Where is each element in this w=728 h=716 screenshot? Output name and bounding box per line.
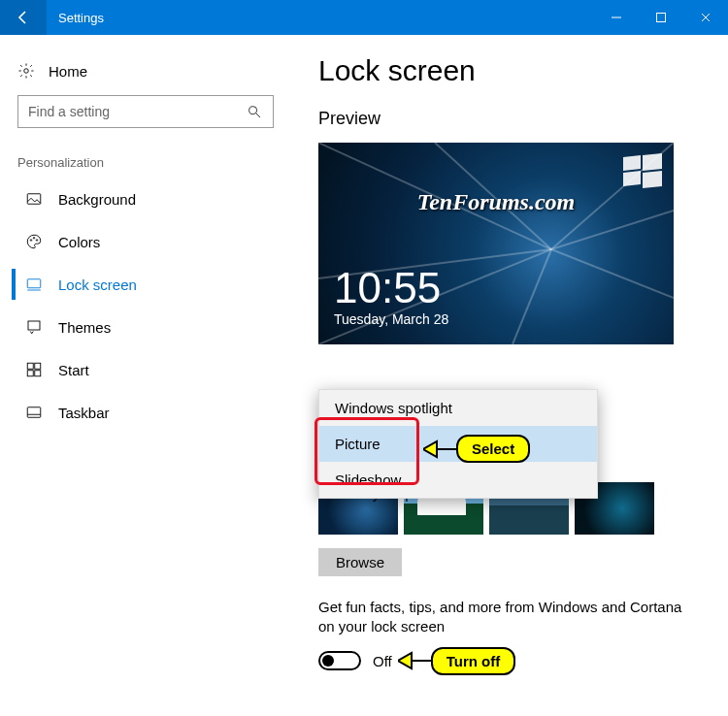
svg-rect-7 bbox=[27, 194, 41, 205]
search-icon bbox=[246, 103, 263, 120]
sidebar-item-taskbar[interactable]: Taskbar bbox=[12, 391, 280, 434]
funfacts-setting-label: Get fun facts, tips, and more from Windo… bbox=[318, 598, 687, 637]
funfacts-toggle[interactable] bbox=[318, 651, 361, 670]
sidebar-item-lock-screen[interactable]: Lock screen bbox=[12, 263, 280, 306]
svg-line-6 bbox=[256, 114, 260, 117]
themes-icon bbox=[25, 318, 43, 336]
page-title: Lock screen bbox=[318, 54, 709, 87]
callout-text: Turn off bbox=[447, 653, 501, 669]
svg-point-8 bbox=[30, 240, 32, 242]
callout-arrow-icon bbox=[423, 439, 458, 459]
sidebar-item-colors[interactable]: Colors bbox=[12, 220, 280, 263]
svg-marker-29 bbox=[423, 441, 437, 457]
svg-rect-14 bbox=[27, 363, 33, 369]
svg-marker-31 bbox=[398, 653, 412, 668]
dropdown-option-spotlight[interactable]: Windows spotlight bbox=[319, 390, 597, 426]
search-placeholder: Find a setting bbox=[28, 104, 246, 119]
taskbar-icon bbox=[25, 404, 43, 421]
content-pane: Lock screen Preview TenForums.com 10:55 … bbox=[291, 35, 728, 716]
sidebar-item-background[interactable]: Background bbox=[12, 178, 280, 220]
lockscreen-preview: TenForums.com 10:55 Tuesday, March 28 bbox=[318, 143, 674, 344]
sidebar-home-label: Home bbox=[49, 63, 87, 80]
svg-rect-15 bbox=[35, 363, 41, 369]
svg-rect-16 bbox=[27, 371, 33, 376]
window-title: Settings bbox=[47, 0, 594, 35]
picture-icon bbox=[25, 190, 43, 208]
lockscreen-icon bbox=[25, 276, 43, 293]
svg-point-5 bbox=[249, 107, 257, 114]
dropdown-option-slideshow[interactable]: Slideshow bbox=[319, 462, 597, 498]
toggle-state-label: Off bbox=[373, 653, 392, 669]
svg-rect-11 bbox=[27, 279, 41, 288]
svg-rect-18 bbox=[27, 407, 41, 418]
maximize-button[interactable] bbox=[639, 0, 683, 35]
callout-text: Select bbox=[472, 440, 514, 457]
svg-line-23 bbox=[551, 211, 674, 249]
preview-time: 10:55 bbox=[334, 267, 448, 309]
start-icon bbox=[25, 361, 43, 378]
svg-line-24 bbox=[551, 249, 674, 298]
sidebar-home[interactable]: Home bbox=[12, 58, 280, 95]
sidebar-item-label: Background bbox=[58, 191, 136, 208]
callout-arrow-icon bbox=[398, 651, 433, 670]
sidebar-item-start[interactable]: Start bbox=[12, 348, 280, 391]
watermark-text: TenForums.com bbox=[318, 189, 674, 215]
svg-rect-13 bbox=[28, 321, 40, 330]
search-input[interactable]: Find a setting bbox=[17, 95, 274, 128]
sidebar-item-themes[interactable]: Themes bbox=[12, 306, 280, 348]
sidebar: Home Find a setting Personalization Back… bbox=[0, 35, 291, 716]
sidebar-item-label: Themes bbox=[58, 319, 111, 336]
svg-rect-1 bbox=[657, 14, 666, 22]
titlebar: Settings bbox=[0, 0, 728, 35]
sidebar-item-label: Lock screen bbox=[58, 277, 137, 293]
browse-button[interactable]: Browse bbox=[318, 548, 402, 576]
windows-logo-icon bbox=[619, 146, 666, 193]
svg-point-4 bbox=[24, 69, 29, 74]
sidebar-item-label: Colors bbox=[58, 234, 100, 250]
svg-point-9 bbox=[33, 238, 35, 240]
sidebar-item-label: Start bbox=[58, 362, 89, 378]
svg-rect-17 bbox=[35, 371, 41, 376]
palette-icon bbox=[25, 233, 43, 250]
gear-icon bbox=[17, 62, 35, 80]
preview-date: Tuesday, March 28 bbox=[334, 311, 448, 327]
minimize-button[interactable] bbox=[594, 0, 639, 35]
annotation-callout-select: Select bbox=[456, 435, 530, 463]
back-button[interactable] bbox=[0, 0, 47, 35]
preview-clock: 10:55 Tuesday, March 28 bbox=[334, 267, 448, 327]
sidebar-item-label: Taskbar bbox=[58, 405, 110, 421]
close-button[interactable] bbox=[683, 0, 728, 35]
svg-point-10 bbox=[36, 240, 38, 242]
sidebar-section-label: Personalization bbox=[12, 155, 280, 178]
annotation-callout-turnoff: Turn off bbox=[431, 647, 516, 675]
preview-heading: Preview bbox=[318, 109, 709, 129]
